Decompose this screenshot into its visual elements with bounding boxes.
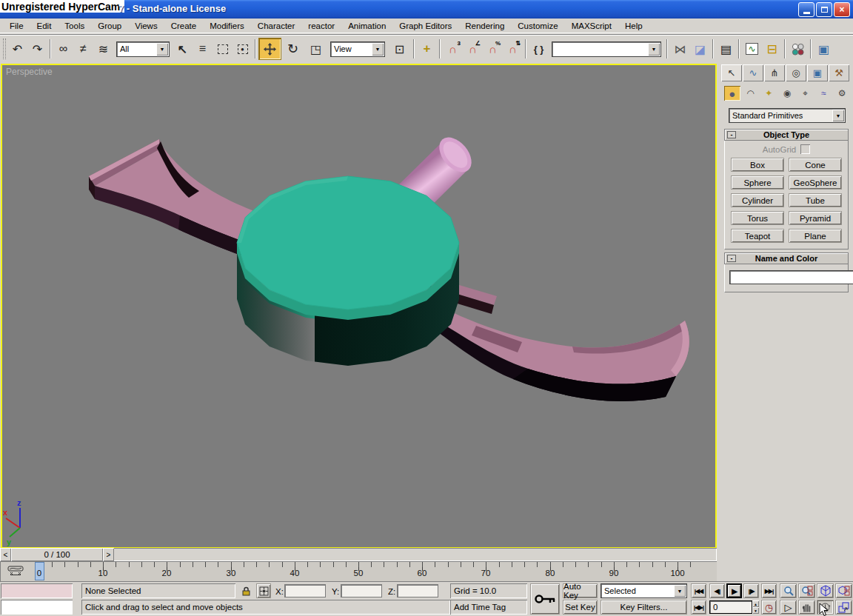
x-coordinate-field[interactable] [284, 584, 326, 597]
category-lights[interactable]: ✦ [760, 86, 777, 101]
material-editor-button[interactable] [788, 38, 808, 59]
spinner-up-icon[interactable]: ▲ [752, 600, 759, 607]
track-bar[interactable]: 0 10 20 30 40 50 60 70 80 90 100 [0, 561, 717, 581]
object-name-field[interactable] [729, 270, 853, 284]
render-scene-button[interactable]: ▣ [814, 38, 834, 59]
tab-modify[interactable]: ∿ [743, 64, 763, 81]
y-coordinate-field[interactable] [341, 584, 382, 597]
menu-modifiers[interactable]: Modifiers [203, 20, 251, 32]
use-pivot-point-center-button[interactable]: ⊡ [388, 38, 411, 60]
collapse-icon[interactable]: - [727, 131, 736, 138]
minimize-button[interactable] [798, 2, 814, 17]
collapse-icon[interactable]: - [727, 255, 736, 262]
name-color-header[interactable]: - Name and Color [724, 252, 849, 264]
menu-rendering[interactable]: Rendering [458, 20, 511, 32]
schematic-view-button[interactable]: ⊟ [762, 38, 782, 59]
pan-view-button[interactable] [798, 600, 815, 615]
window-crossing-toggle-button[interactable]: ● [233, 38, 252, 59]
chevron-down-icon[interactable]: ▼ [372, 43, 384, 56]
category-helpers[interactable]: ⌖ [797, 86, 814, 101]
snaps-toggle-button[interactable]: ∩3 [443, 38, 463, 59]
min-max-toggle-button[interactable] [835, 600, 852, 615]
z-coordinate-field[interactable] [397, 584, 438, 597]
redo-button[interactable]: ↷ [27, 38, 47, 59]
select-and-manipulate-button[interactable]: + [417, 38, 437, 59]
close-button[interactable]: × [834, 2, 850, 17]
perspective-viewport[interactable]: z x y Perspective [1, 64, 717, 549]
cylinder-button[interactable]: Cylinder [731, 193, 784, 207]
edit-named-selection-sets-button[interactable]: { } [529, 38, 549, 59]
selection-lock-toggle[interactable] [240, 583, 252, 598]
go-to-start-button[interactable]: |◀◀ [691, 583, 706, 598]
menu-edit[interactable]: Edit [30, 20, 58, 32]
menu-views[interactable]: Views [128, 20, 164, 32]
category-space-warps[interactable]: ≈ [816, 86, 832, 101]
mirror-button[interactable]: ⋈ [670, 38, 690, 59]
sphere-button[interactable]: Sphere [731, 175, 784, 190]
tab-display[interactable]: ▣ [807, 64, 828, 81]
rectangular-selection-region-button[interactable] [213, 38, 233, 59]
tab-create[interactable]: ↖ [721, 64, 742, 81]
spinner-snap-toggle-button[interactable]: ∩⇅ [503, 38, 523, 59]
geosphere-button[interactable]: GeoSphere [789, 175, 842, 190]
track-bar-ruler[interactable]: 0 10 20 30 40 50 60 70 80 90 100 [33, 562, 713, 580]
previous-frame-button[interactable]: ◀|| [709, 583, 725, 598]
time-slider-handle[interactable]: 0 / 100 [11, 548, 103, 561]
menu-animation[interactable]: Animation [341, 20, 392, 32]
teapot-button[interactable]: Teapot [731, 229, 784, 243]
absolute-offset-mode-toggle[interactable] [256, 583, 271, 598]
zoom-all-button[interactable] [798, 583, 815, 598]
tab-motion[interactable]: ◎ [786, 64, 806, 81]
viewport-label[interactable]: Perspective [6, 67, 53, 77]
category-geometry[interactable]: ● [724, 86, 740, 101]
set-key-button[interactable]: Set Key [563, 600, 598, 615]
tab-utilities[interactable]: ⚒ [829, 64, 849, 81]
select-and-scale-button[interactable]: ◳ [304, 38, 327, 60]
frame-spinner[interactable]: ▲ ▼ [752, 600, 759, 614]
select-and-move-button[interactable] [258, 38, 281, 60]
maxscript-mini-listener[interactable] [1, 600, 73, 615]
percent-snap-toggle-button[interactable]: ∩% [483, 38, 503, 59]
box-button[interactable]: Box [731, 158, 784, 172]
selection-filter-dropdown[interactable]: All ▼ [116, 41, 170, 57]
chevron-down-icon[interactable]: ▼ [674, 585, 686, 597]
menu-help[interactable]: Help [618, 20, 649, 32]
menu-maxscript[interactable]: MAXScript [565, 20, 618, 32]
select-object-button[interactable]: ↖ [173, 38, 193, 59]
menu-create[interactable]: Create [164, 20, 204, 32]
select-and-rotate-button[interactable]: ↻ [281, 38, 304, 60]
restore-button[interactable] [816, 2, 832, 17]
unlink-selection-button[interactable]: ≠ [73, 38, 93, 59]
plane-button[interactable]: Plane [789, 229, 842, 243]
next-frame-button[interactable]: ||▶ [743, 583, 759, 598]
zoom-extents-all-button[interactable] [835, 583, 852, 598]
angle-snap-toggle-button[interactable]: ∩∠ [463, 38, 483, 59]
menu-group[interactable]: Group [91, 20, 128, 32]
cone-button[interactable]: Cone [789, 158, 842, 172]
named-selection-sets-dropdown[interactable]: ▼ [552, 41, 661, 57]
open-mini-curve-editor-button[interactable] [3, 564, 28, 578]
pyramid-button[interactable]: Pyramid [789, 211, 842, 225]
add-time-tag[interactable]: Add Time Tag [450, 600, 527, 615]
reference-coordinate-system-dropdown[interactable]: View ▼ [330, 41, 385, 57]
play-animation-button[interactable]: ▶ [726, 583, 742, 598]
field-of-view-button[interactable]: ▷ [780, 600, 797, 615]
key-mode-toggle-button[interactable]: |◀▶| [691, 600, 706, 615]
next-frame-arrow[interactable]: > [103, 548, 114, 561]
menu-tools[interactable]: Tools [58, 20, 91, 32]
time-configuration-button[interactable]: ◷ [761, 600, 777, 615]
chevron-down-icon[interactable]: ▼ [832, 110, 844, 121]
tab-hierarchy[interactable]: ⋔ [764, 64, 785, 81]
menu-file[interactable]: File [3, 20, 30, 32]
go-to-end-button[interactable]: ▶▶| [761, 583, 777, 598]
spinner-down-icon[interactable]: ▼ [752, 607, 759, 614]
object-type-header[interactable]: - Object Type [724, 129, 849, 141]
primitive-category-dropdown[interactable]: Standard Primitives ▼ [729, 108, 846, 123]
toolbar-drag-handle[interactable] [3, 38, 6, 59]
bind-to-space-warp-button[interactable]: ≋ [93, 38, 113, 59]
auto-key-button[interactable]: Auto Key [563, 583, 598, 598]
previous-frame-arrow[interactable]: < [0, 548, 11, 561]
autogrid-checkbox[interactable] [800, 144, 810, 154]
select-and-link-button[interactable]: ∞ [53, 38, 73, 59]
menu-character[interactable]: Character [251, 20, 302, 32]
